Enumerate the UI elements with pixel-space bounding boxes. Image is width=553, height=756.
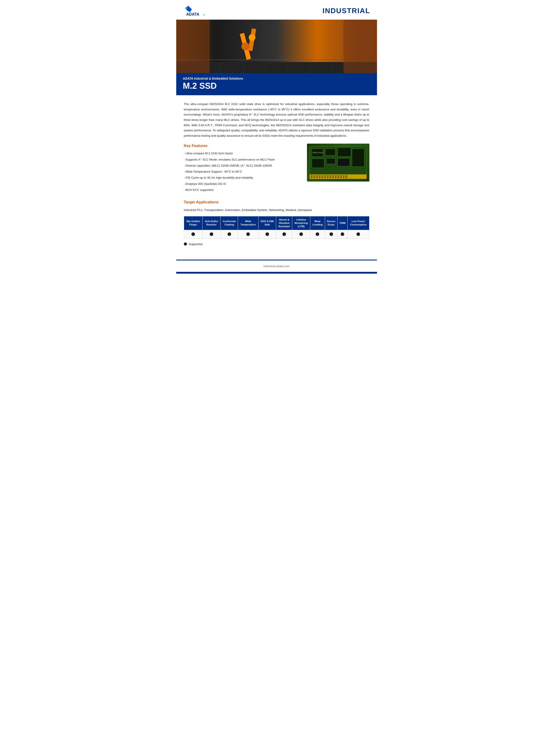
dot-shock xyxy=(283,232,286,236)
cell-wear xyxy=(310,230,325,239)
svg-rect-46 xyxy=(345,175,347,178)
legend-dot-icon xyxy=(184,242,187,246)
feature-item-2: - Supports A⁺ SLC Mode: emulates SLC per… xyxy=(184,157,302,162)
main-title: M.2 SSD xyxy=(183,81,370,91)
svg-rect-33 xyxy=(311,175,313,178)
svg-rect-28 xyxy=(312,159,324,168)
svg-rect-36 xyxy=(319,175,321,178)
logo-area: ADATA ® xyxy=(183,4,210,17)
key-features-section: Key Features - Ultra-compact M.2 2242 fo… xyxy=(184,144,370,194)
svg-rect-40 xyxy=(329,175,331,178)
features-list: Key Features - Ultra-compact M.2 2242 fo… xyxy=(184,144,302,194)
product-image-inner: IM2S3314ZA5 xyxy=(307,144,370,181)
feature-item-7: - BCH ECC supported xyxy=(184,188,302,192)
footer-url: industrial.adata.com xyxy=(263,264,289,268)
cell-eds-emi xyxy=(258,230,276,239)
adata-logo: ADATA ® xyxy=(183,4,210,17)
title-bar: ADATA Industrial & Embedded Solutions M.… xyxy=(176,73,377,95)
cell-anti-sulfur xyxy=(203,230,221,239)
pcb-svg: IM2S3314ZA5 xyxy=(309,145,368,180)
dot-eds-emi xyxy=(265,232,269,236)
svg-rect-23 xyxy=(343,20,377,73)
svg-rect-22 xyxy=(176,20,210,73)
table-row xyxy=(184,230,369,239)
svg-rect-41 xyxy=(332,175,334,178)
target-applications-section: Target Applications Industrial PCs, Tran… xyxy=(184,200,370,246)
svg-rect-34 xyxy=(313,175,315,178)
target-applications-text: Industrial PCs, Transportation, Automati… xyxy=(184,207,370,213)
dot-golden-finger xyxy=(191,232,195,236)
svg-text:ADATA: ADATA xyxy=(186,12,199,16)
dot-wide-temp xyxy=(246,232,250,236)
subtitle: ADATA Industrial & Embedded Solutions xyxy=(183,77,370,80)
hero-image xyxy=(176,20,377,73)
dot-trim xyxy=(341,232,344,236)
svg-text:®: ® xyxy=(204,14,205,16)
cell-lifetime xyxy=(292,230,310,239)
col-shock: Shock &VibrationResistant xyxy=(276,216,292,230)
svg-rect-29 xyxy=(326,158,335,164)
svg-point-12 xyxy=(249,34,255,41)
hero-overlay xyxy=(176,20,377,73)
footer: industrial.adata.com xyxy=(176,260,377,272)
feature-item-5: - P/E Cycle up to 3K for high durability… xyxy=(184,175,302,180)
key-features-title: Key Features xyxy=(184,144,302,148)
col-secure: SecureErase xyxy=(325,216,337,230)
col-trim: TRIM xyxy=(337,216,347,230)
feature-item-1: - Ultra-compact M.2 2242 form factor xyxy=(184,151,302,156)
table-body xyxy=(184,230,369,239)
col-anti-sulfur: Anti-SulfurResistor xyxy=(203,216,221,230)
svg-rect-45 xyxy=(343,175,345,178)
cell-low-power xyxy=(347,230,369,239)
table-header: 30µ GoldenFinger Anti-SulfurResistor Con… xyxy=(184,216,369,230)
dot-anti-sulfur xyxy=(210,232,213,236)
dot-wear xyxy=(316,232,319,236)
svg-rect-26 xyxy=(325,149,335,155)
product-image: IM2S3314ZA5 xyxy=(307,144,370,181)
cell-wide-temp xyxy=(238,230,258,239)
hero-svg xyxy=(176,20,377,73)
features-table: 30µ GoldenFinger Anti-SulfurResistor Con… xyxy=(184,216,370,239)
feature-item-3: - Diverse capacities: (MLC) 32GB-256GB; … xyxy=(184,163,302,168)
content-area: The ultra-compact IM2S3314 M.2 2242 soli… xyxy=(176,95,377,257)
svg-rect-44 xyxy=(340,175,342,178)
svg-point-11 xyxy=(241,43,249,51)
legend-label: Supported xyxy=(189,242,203,246)
svg-rect-43 xyxy=(337,175,339,178)
legend: Supported xyxy=(184,242,370,246)
dot-lifetime xyxy=(299,232,303,236)
svg-rect-27 xyxy=(337,148,351,157)
cell-conformal xyxy=(220,230,238,239)
description-text: The ultra-compact IM2S3314 M.2 2242 soli… xyxy=(184,101,370,138)
cell-golden-finger xyxy=(184,230,203,239)
feature-item-6: - Employs WD (SanDisk) OG IC xyxy=(184,182,302,186)
footer-bar xyxy=(176,272,377,274)
industrial-label: INDUSTRIAL xyxy=(323,7,370,15)
col-wear: WearLeveling xyxy=(310,216,325,230)
dot-low-power xyxy=(357,232,360,236)
col-eds-emi: EDS & EMISafe xyxy=(258,216,276,230)
svg-rect-31 xyxy=(352,149,364,167)
svg-rect-39 xyxy=(327,175,329,178)
cell-trim xyxy=(337,230,347,239)
cell-secure xyxy=(325,230,337,239)
col-wide-temp: WideTemperature xyxy=(238,216,258,230)
svg-rect-37 xyxy=(321,175,323,178)
svg-rect-30 xyxy=(337,158,350,166)
table-header-row: 30µ GoldenFinger Anti-SulfurResistor Con… xyxy=(184,216,369,230)
svg-rect-35 xyxy=(316,175,318,178)
dot-secure xyxy=(329,232,333,236)
feature-item-4: - Wide-Temperature Support: -40°C to 85°… xyxy=(184,169,302,174)
dot-conformal xyxy=(228,232,231,236)
col-low-power: Low PowerConsumption xyxy=(347,216,369,230)
svg-rect-42 xyxy=(335,175,337,178)
col-lifetime: LifetimeMonitoring(LTM) xyxy=(292,216,310,230)
cell-shock xyxy=(276,230,292,239)
target-applications-title: Target Applications xyxy=(184,200,370,204)
header: ADATA ® INDUSTRIAL xyxy=(176,0,377,20)
svg-text:IM2S3314ZA5: IM2S3314ZA5 xyxy=(313,152,323,154)
features-items: - Ultra-compact M.2 2242 form factor - S… xyxy=(184,151,302,192)
svg-rect-38 xyxy=(324,175,326,178)
col-conformal: ConformalCoating xyxy=(220,216,238,230)
col-golden-finger: 30µ GoldenFinger xyxy=(184,216,203,230)
